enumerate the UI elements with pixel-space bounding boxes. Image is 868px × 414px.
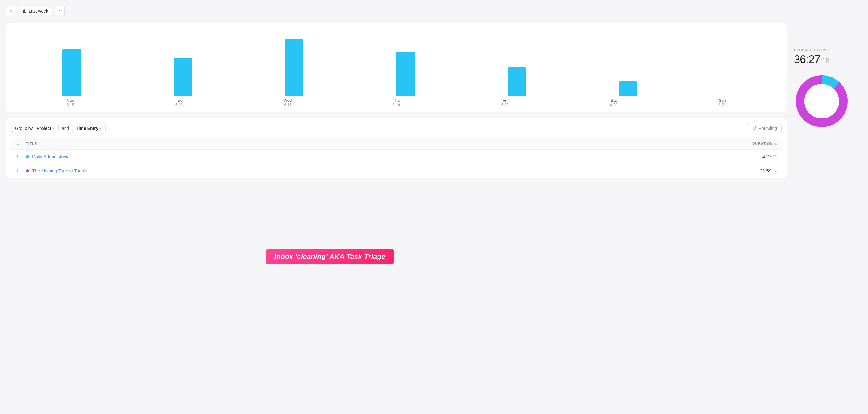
bar-label-wed: Wed6-17 — [275, 98, 300, 107]
controls-row: Group by Project ▾ and Time Entry ▾ ↺ Ro… — [11, 123, 781, 133]
svg-point-2 — [804, 84, 839, 119]
row-title[interactable]: Daily Administrivia — [32, 154, 763, 159]
clocked-time: 36:27:18 — [794, 53, 862, 66]
time-entry-selector[interactable]: Time Entry ▾ — [72, 124, 105, 133]
row-number: 1 — [16, 168, 26, 173]
bar-label-tue: Tue6-16 — [167, 98, 191, 107]
chart-area: Mon6-15Tue6-16Wed6-17Thu6-18Fri6-19Sat6-… — [6, 24, 786, 112]
bar-fri[interactable] — [508, 67, 526, 96]
bar-column-mon — [62, 49, 81, 96]
duration-sort-icon[interactable]: ⇅ — [774, 142, 777, 146]
bar-label-thu: Thu6-18 — [384, 98, 409, 107]
bar-mon[interactable] — [62, 49, 81, 96]
prev-button[interactable]: ‹ — [6, 6, 16, 16]
donut-chart-container — [794, 73, 862, 130]
donut-chart — [794, 73, 849, 129]
duration-column-header: DURATION ⇅ — [752, 141, 777, 146]
project-dot — [26, 155, 29, 158]
time-entry-value: Time Entry — [76, 126, 98, 131]
row-duration: 31:59:59 — [760, 168, 777, 173]
clocked-label: CLOCKED HOURS — [794, 48, 862, 52]
group-by-label: Group by — [15, 126, 33, 131]
bar-label-fri: Fri6-19 — [493, 98, 517, 107]
calendar-icon: 🗓 — [23, 9, 27, 13]
bar-column-tue — [174, 58, 192, 96]
bar-wed[interactable] — [285, 38, 304, 96]
clocked-seconds: :18 — [820, 57, 829, 65]
period-label: Last week — [29, 9, 48, 13]
clocked-main: 36:27 — [794, 53, 820, 66]
bar-chart — [16, 31, 777, 96]
row-number: 1 — [16, 154, 26, 159]
right-panel: CLOCKED HOURS 36:27:18 — [794, 24, 862, 130]
row-duration: 4:27:19 — [763, 154, 777, 159]
project-dot — [26, 169, 29, 172]
group-by-selector[interactable]: Group by Project ▾ — [11, 124, 59, 133]
bar-column-thu — [396, 52, 415, 96]
time-entry-chevron: ▾ — [100, 126, 101, 130]
group-by-value: Project — [36, 126, 51, 131]
collapse-icon[interactable]: ⌄ — [16, 141, 26, 146]
bar-tue[interactable] — [174, 58, 192, 96]
bar-column-wed — [285, 38, 304, 96]
next-button[interactable]: › — [55, 6, 64, 16]
row-title[interactable]: The Missing Todoist Toools — [32, 168, 760, 173]
clocked-section: CLOCKED HOURS 36:27:18 — [794, 48, 862, 66]
bar-column-fri — [508, 67, 526, 96]
tooltip-overlay: Inbox 'cleaning' AKA Task Triage — [266, 249, 394, 264]
table-row[interactable]: 1 The Missing Todoist Toools 31:59:59 — [11, 164, 781, 178]
bar-label-sat: Sat6-20 — [601, 98, 626, 107]
rounding-button[interactable]: ↺ Rounding — [748, 123, 781, 133]
controls-and-table: Group by Project ▾ and Time Entry ▾ ↺ Ro… — [6, 118, 786, 178]
bar-column-sat — [619, 82, 638, 96]
sort-icon[interactable]: ↑ — [38, 142, 40, 146]
title-column-header: TITLE ↑ — [26, 141, 752, 146]
rounding-icon: ↺ — [752, 125, 756, 131]
table-row[interactable]: 1 Daily Administrivia 4:27:19 — [11, 150, 781, 164]
bar-label-mon: Mon6-15 — [58, 98, 83, 107]
rounding-label: Rounding — [758, 126, 777, 131]
bar-thu[interactable] — [396, 52, 415, 96]
and-label: and — [62, 126, 69, 131]
bar-sat[interactable] — [619, 82, 638, 96]
data-table: ⌄ TITLE ↑ DURATION ⇅ 1 Daily Administriv… — [11, 138, 781, 178]
group-by-chevron: ▾ — [53, 126, 55, 130]
table-header: ⌄ TITLE ↑ DURATION ⇅ — [11, 138, 781, 150]
period-selector[interactable]: 🗓 Last week — [19, 7, 52, 15]
bar-label-sun: Sun6-21 — [710, 98, 735, 107]
